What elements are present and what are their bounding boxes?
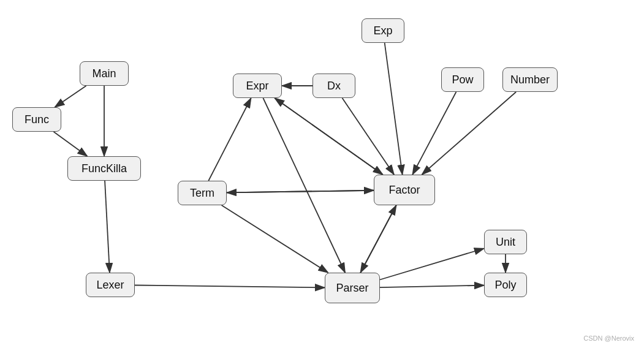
watermark: CSDN @Nerovix xyxy=(583,335,634,342)
edge-Expr-Parser xyxy=(263,98,345,273)
diagram-container: CSDN @Nerovix FuncMainFuncKillaLexerTerm… xyxy=(0,0,644,348)
edge-Parser-Factor xyxy=(360,205,396,273)
edge-Term-Parser xyxy=(222,205,328,273)
node-term: Term xyxy=(178,181,227,205)
edge-Factor-Term xyxy=(227,191,374,193)
node-unit: Unit xyxy=(484,230,527,254)
node-funckilla: FuncKilla xyxy=(67,156,141,181)
edge-Factor-Expr xyxy=(275,98,382,175)
node-parser: Parser xyxy=(325,273,380,303)
node-pow: Pow xyxy=(441,67,484,92)
node-number: Number xyxy=(502,67,558,92)
edge-Lexer-Parser xyxy=(135,286,325,288)
edge-Parser-Unit xyxy=(380,249,484,280)
node-factor: Factor xyxy=(374,175,435,205)
node-lexer: Lexer xyxy=(86,273,135,297)
node-func: Func xyxy=(12,107,61,132)
edge-Pow-Factor xyxy=(412,92,456,175)
edge-Number-Factor xyxy=(422,92,516,175)
node-poly: Poly xyxy=(484,273,527,297)
node-main: Main xyxy=(80,61,129,86)
edge-Dx-Factor xyxy=(343,98,395,175)
node-expr: Expr xyxy=(233,74,282,98)
node-dx: Dx xyxy=(313,74,355,98)
edge-Parser-Poly xyxy=(380,286,484,287)
edge-Exp-Factor xyxy=(385,43,403,175)
edge-Func-FuncKilla xyxy=(54,132,88,156)
edge-Term-Expr xyxy=(208,98,251,181)
node-exp: Exp xyxy=(362,18,404,43)
edge-Main-Func xyxy=(55,86,86,107)
edge-FuncKilla-Lexer xyxy=(105,181,110,273)
